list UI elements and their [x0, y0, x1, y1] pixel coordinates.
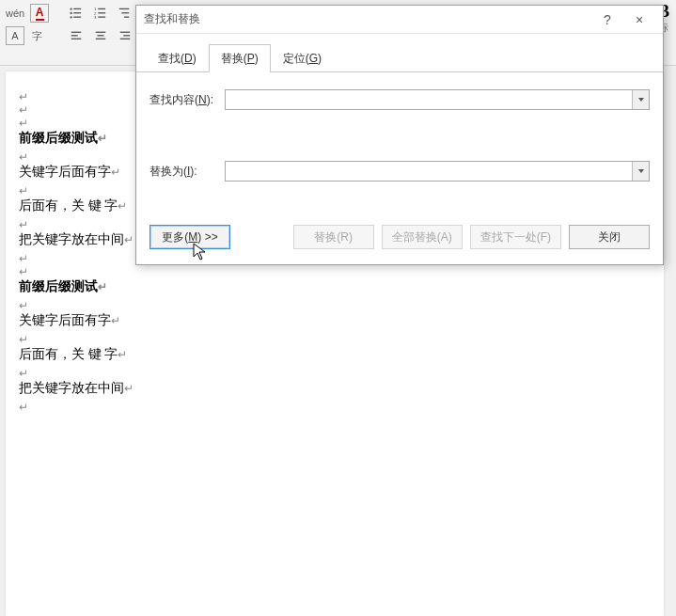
more-button[interactable]: 更多(M) >>	[149, 225, 230, 249]
find-replace-dialog: 查找和替换 ? × 查找(D) 替换(P) 定位(G) 查找内容(N):	[135, 5, 664, 265]
ribbon-label-wen: wén	[6, 8, 24, 19]
svg-rect-19	[98, 35, 104, 36]
svg-point-2	[71, 12, 72, 14]
svg-rect-1	[73, 8, 81, 9]
tab-goto[interactable]: 定位(G)	[271, 44, 334, 72]
dialog-button-row: 更多(M) >> 替换(R) 全部替换(A) 查找下一处(F) 关闭	[136, 225, 663, 264]
dialog-body: 查找内容(N): 替换为(I):	[136, 72, 663, 225]
svg-rect-12	[119, 8, 130, 9]
tab-find[interactable]: 查找(D)	[146, 44, 209, 72]
svg-rect-15	[71, 32, 82, 33]
paragraph-mark: ↵	[19, 333, 651, 346]
character-border-button[interactable]: A	[6, 26, 24, 45]
paragraph-text: 把关键字放在中间	[19, 232, 124, 246]
replace-with-input[interactable]	[226, 162, 632, 181]
svg-rect-7	[98, 8, 105, 9]
paragraph-text: 关键字后面有字	[19, 313, 111, 327]
find-content-combo	[225, 89, 650, 110]
svg-rect-3	[73, 12, 81, 13]
replace-button[interactable]: 替换(R)	[293, 225, 374, 249]
replace-with-combo	[225, 161, 650, 182]
ribbon-label-zi: 字	[32, 29, 42, 43]
paragraph-mark: ↵	[111, 314, 120, 327]
paragraph-mark: ↵	[98, 280, 107, 293]
find-content-input[interactable]	[226, 90, 632, 109]
paragraph-mark: ↵	[98, 132, 107, 145]
dialog-title: 查找和替换	[144, 11, 591, 27]
find-content-label: 查找内容(N):	[149, 92, 225, 108]
paragraph-mark: ↵	[19, 367, 651, 380]
paragraph-text: 关键字后面有字	[19, 165, 111, 179]
paragraph[interactable]: 把关键字放在中间↵	[19, 380, 651, 397]
bullets-button[interactable]	[66, 4, 85, 23]
paragraph-mark: ↵	[124, 233, 134, 246]
multilevel-list-button[interactable]	[115, 4, 134, 23]
align-right-button[interactable]	[116, 26, 134, 45]
svg-rect-11	[98, 17, 105, 18]
font-color-button[interactable]: A	[30, 4, 49, 23]
paragraph[interactable]: 关键字后面有字↵	[19, 312, 651, 329]
svg-text:3: 3	[94, 15, 97, 20]
paragraph-text: 前缀后缀测试	[19, 279, 98, 293]
paragraph-text: 后面有，关 键 字	[19, 347, 118, 361]
svg-rect-9	[98, 12, 105, 13]
paragraph-mark: ↵	[111, 166, 120, 179]
paragraph-mark: ↵	[118, 199, 127, 213]
align-left-button[interactable]	[67, 26, 86, 45]
replace-with-dropdown[interactable]	[632, 162, 649, 181]
svg-rect-20	[96, 39, 106, 39]
paragraph[interactable]: 后面有，关 键 字↵	[19, 346, 651, 363]
paragraph-text: 把关键字放在中间	[19, 381, 124, 395]
paragraph-mark: ↵	[19, 299, 651, 312]
svg-rect-18	[96, 32, 106, 33]
dialog-help-button[interactable]: ?	[591, 8, 623, 32]
paragraph[interactable]: 前缀后缀测试↵	[19, 278, 651, 295]
svg-rect-16	[71, 35, 78, 36]
tab-replace[interactable]: 替换(P)	[209, 44, 271, 72]
paragraph-mark: ↵	[19, 401, 651, 414]
svg-rect-23	[120, 39, 131, 39]
svg-point-0	[71, 8, 72, 9]
paragraph-mark: ↵	[124, 382, 134, 395]
paragraph-mark: ↵	[118, 348, 127, 361]
svg-rect-14	[124, 17, 129, 18]
align-center-button[interactable]	[91, 26, 110, 45]
find-next-button[interactable]: 查找下一处(F)	[470, 225, 561, 249]
paragraph-mark: ↵	[19, 265, 651, 278]
close-button[interactable]: 关闭	[569, 225, 650, 249]
paragraph-text: 后面有，关 键 字	[19, 198, 118, 213]
svg-rect-13	[122, 12, 130, 13]
svg-rect-5	[73, 17, 81, 18]
replace-with-label: 替换为(I):	[149, 164, 225, 180]
svg-rect-21	[120, 32, 131, 33]
svg-point-4	[71, 16, 72, 18]
dialog-tabs: 查找(D) 替换(P) 定位(G)	[136, 34, 663, 72]
dialog-close-button[interactable]: ×	[623, 8, 655, 32]
replace-all-button[interactable]: 全部替换(A)	[382, 225, 463, 249]
svg-rect-22	[123, 35, 130, 36]
paragraph-text: 前缀后缀测试	[19, 131, 98, 145]
svg-rect-17	[71, 39, 82, 39]
find-content-dropdown[interactable]	[632, 90, 649, 109]
dialog-titlebar[interactable]: 查找和替换 ? ×	[136, 6, 663, 34]
numbering-button[interactable]: 123	[90, 4, 109, 23]
